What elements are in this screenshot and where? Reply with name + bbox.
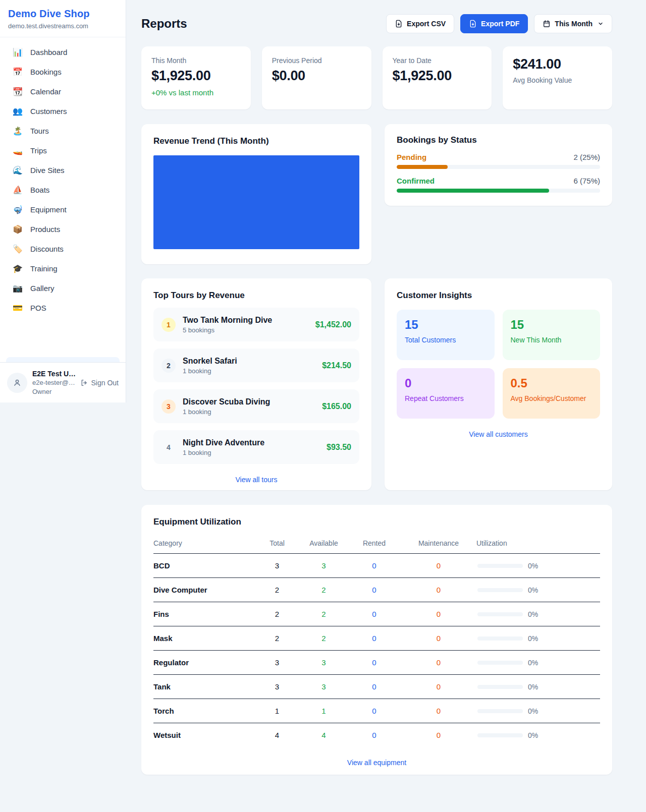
sidebar-item-discounts[interactable]: 🏷️ Discounts [5,239,121,259]
revenue-trend-bar [153,155,359,249]
maintenance-cell: 0 [401,675,476,699]
sidebar-item-trips[interactable]: 🚤 Trips [5,141,121,160]
insight-label: Repeat Customers [405,394,487,402]
sidebar-item-equipment[interactable]: 🤿 Equipment [5,200,121,219]
table-row: Fins 2 2 0 0 0% [153,602,600,626]
graduation-cap-icon: 🎓 [12,264,23,273]
category-cell: Mask [153,626,254,651]
speedboat-icon: 🚤 [12,146,23,155]
insight-label: New This Month [511,336,593,344]
rented-cell: 0 [348,602,401,626]
bookings-by-status-title: Bookings by Status [397,135,600,145]
user-email: e2e-tester@… [32,378,75,387]
revenue-trend-title: Revenue Trend (This Month) [153,136,359,146]
utilization-percent: 0% [528,586,538,594]
rented-cell: 0 [348,675,401,699]
dive-mask-icon: 🤿 [12,205,23,214]
stat-label: Year to Date [393,56,482,65]
table-row: Wetsuit 4 4 0 0 0% [153,723,600,747]
tour-amount: $165.00 [322,402,351,411]
utilization-bar [477,733,523,737]
maintenance-cell: 0 [401,699,476,723]
tour-row: 3 Discover Scuba Diving 1 booking $165.0… [153,389,359,423]
export-pdf-button[interactable]: Export PDF [460,14,528,33]
chevron-down-icon [598,21,604,27]
period-dropdown[interactable]: This Month [534,14,612,33]
sidebar-item-customers[interactable]: 👥 Customers [5,101,121,121]
tour-bookings: 1 booking [183,408,315,416]
view-all-equipment-link[interactable]: View all equipment [347,759,406,767]
island-icon: 🏝️ [12,126,23,136]
sidebar-item-partially-visible[interactable] [6,357,120,362]
category-cell: Regulator [153,651,254,675]
export-csv-label: Export CSV [407,20,446,28]
top-tours-card: Top Tours by Revenue 1 Two Tank Morning … [141,278,371,490]
available-cell: 2 [300,602,348,626]
sidebar-item-label: Dashboard [30,48,67,56]
total-cell: 4 [254,723,300,747]
maintenance-cell: 0 [401,651,476,675]
available-cell: 2 [300,578,348,602]
export-csv-button[interactable]: Export CSV [386,14,454,33]
sidebar-item-label: Boats [30,186,49,194]
main-content: Reports Export CSV Export PDF This Month [141,0,612,775]
status-progress-fill [397,165,448,169]
stat-card-this-month: This Month $1,925.00 +0% vs last month [141,46,251,109]
utilization-cell: 0% [476,651,600,675]
table-header-row: Category Total Available Rented Maintena… [153,535,600,554]
status-progress-track [397,165,600,169]
tour-amount: $214.50 [322,361,351,370]
category-cell: Fins [153,602,254,626]
view-all-tours-link[interactable]: View all tours [235,476,277,484]
sidebar-item-training[interactable]: 🎓 Training [5,259,121,278]
brand-domain: demo.test.divestreams.com [8,22,118,30]
stat-value: $241.00 [513,56,602,72]
sidebar-item-calendar[interactable]: 📆 Calendar [5,82,121,101]
brand-name: Demo Dive Shop [8,8,118,20]
sidebar-item-dashboard[interactable]: 📊 Dashboard [5,42,121,62]
sidebar-item-bookings[interactable]: 📅 Bookings [5,62,121,82]
table-row: Tank 3 3 0 0 0% [153,675,600,699]
maintenance-cell: 0 [401,554,476,578]
sidebar-item-label: Trips [30,146,47,155]
tour-name: Night Dive Adventure [183,438,319,447]
status-row-pending: Pending 2 (25%) [397,153,600,169]
tour-row: 1 Two Tank Morning Dive 5 bookings $1,45… [153,308,359,341]
sign-out-icon [80,379,88,387]
category-cell: Wetsuit [153,723,254,747]
charts-row: Revenue Trend (This Month) Bookings by S… [141,124,612,264]
insight-value: 15 [511,318,593,332]
view-all-customers-link[interactable]: View all customers [469,430,527,438]
tour-name: Snorkel Safari [183,357,315,366]
utilization-cell: 0% [476,723,600,747]
available-cell: 3 [300,651,348,675]
header-actions: Export CSV Export PDF This Month [386,14,612,33]
rented-cell: 0 [348,578,401,602]
sidebar-item-label: Calendar [30,87,61,96]
stat-delta: +0% vs last month [151,88,241,97]
sidebar-item-tours[interactable]: 🏝️ Tours [5,121,121,141]
sidebar-item-dive-sites[interactable]: 🌊 Dive Sites [5,160,121,180]
sign-out-label: Sign Out [91,379,119,387]
revenue-trend-card: Revenue Trend (This Month) [141,124,371,264]
utilization-bar [477,564,523,568]
column-header: Utilization [476,535,600,554]
user-role: Owner [32,387,75,396]
sidebar-item-pos[interactable]: 💳 POS [5,298,121,318]
sidebar-item-label: Discounts [30,245,64,253]
status-count: 2 (25%) [573,153,600,161]
sidebar-item-boats[interactable]: ⛵ Boats [5,180,121,200]
sign-out-button[interactable]: Sign Out [80,379,119,387]
insight-label: Total Customers [405,336,487,344]
sidebar: Demo Dive Shop demo.test.divestreams.com… [0,0,126,402]
rented-cell: 0 [348,626,401,651]
insight-label: Avg Bookings/Customer [511,394,593,402]
avatar [7,373,27,393]
wave-icon: 🌊 [12,165,23,175]
table-row: Mask 2 2 0 0 0% [153,626,600,651]
status-progress-fill [397,189,549,193]
sidebar-item-gallery[interactable]: 📷 Gallery [5,278,121,298]
customer-insights-title: Customer Insights [397,291,600,301]
sidebar-item-products[interactable]: 📦 Products [5,219,121,239]
tour-amount: $1,452.00 [315,320,351,329]
